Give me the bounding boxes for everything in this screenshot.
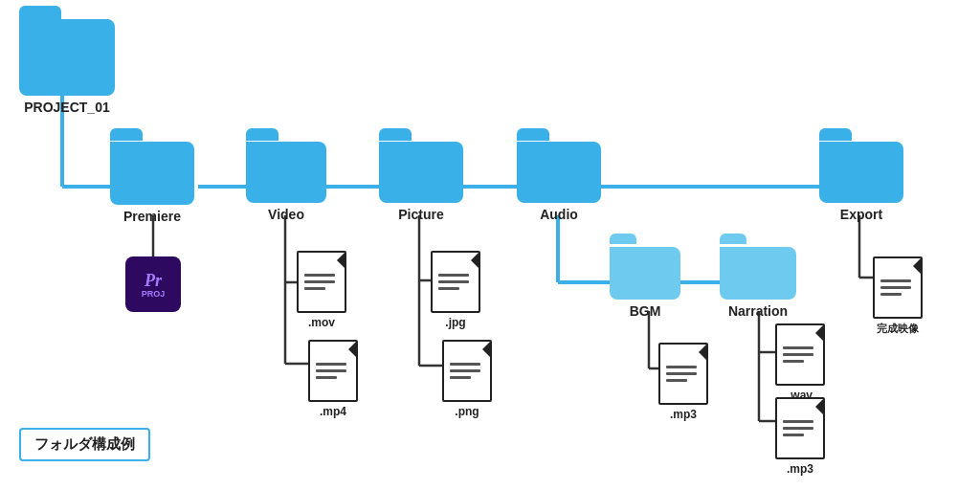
pr-icon: Pr PROJ xyxy=(125,256,181,312)
file-mov: .mov xyxy=(297,251,346,329)
file-mp4-label: .mp4 xyxy=(308,405,358,418)
file-mp3-bgm-label: .mp3 xyxy=(658,408,708,421)
file-mp3-narr: .mp3 xyxy=(775,397,825,476)
file-mp4: .mp4 xyxy=(308,340,358,418)
pr-text: Pr xyxy=(145,271,162,291)
file-png: .png xyxy=(442,340,492,418)
folder-video-label: Video xyxy=(268,207,304,222)
file-png-label: .png xyxy=(442,405,492,418)
folder-export: Export xyxy=(819,142,903,222)
folder-audio: Audio xyxy=(517,142,601,222)
folder-video: Video xyxy=(246,142,326,222)
file-jpg: .jpg xyxy=(431,251,480,329)
file-jpg-label: .jpg xyxy=(431,316,480,329)
folder-premiere: Premiere xyxy=(110,142,194,224)
file-wav: .wav xyxy=(775,323,825,402)
file-export: 完成映像 xyxy=(873,256,923,336)
folder-premiere-icon xyxy=(110,142,194,205)
folder-premiere-label: Premiere xyxy=(123,209,181,224)
folder-narration: Narration xyxy=(720,247,796,319)
folder-export-label: Export xyxy=(840,207,882,222)
file-mov-label: .mov xyxy=(297,316,346,329)
pr-label: PROJ xyxy=(142,289,166,299)
folder-audio-label: Audio xyxy=(540,207,578,222)
file-mp3-bgm: .mp3 xyxy=(658,343,708,421)
file-mp3-narr-label: .mp3 xyxy=(775,462,825,476)
folder-project-label: PROJECT_01 xyxy=(24,100,109,115)
folder-video-icon xyxy=(246,142,326,203)
folder-export-icon xyxy=(819,142,903,203)
folder-audio-icon xyxy=(517,142,601,203)
folder-picture-icon xyxy=(379,142,463,203)
folder-picture-label: Picture xyxy=(398,207,443,222)
folder-bgm-label: BGM xyxy=(630,303,661,319)
folder-bgm-icon xyxy=(610,247,680,300)
folder-project: PROJECT_01 xyxy=(19,19,115,115)
file-export-label: 完成映像 xyxy=(873,322,923,336)
folder-narration-icon xyxy=(720,247,796,300)
folder-bgm: BGM xyxy=(610,247,680,319)
bottom-label: フォルダ構成例 xyxy=(19,428,150,461)
folder-narration-label: Narration xyxy=(728,303,788,319)
folder-picture: Picture xyxy=(379,142,463,222)
folder-project-icon xyxy=(19,19,115,96)
diagram: PROJECT_01 Premiere Video Picture Audio xyxy=(0,0,980,490)
